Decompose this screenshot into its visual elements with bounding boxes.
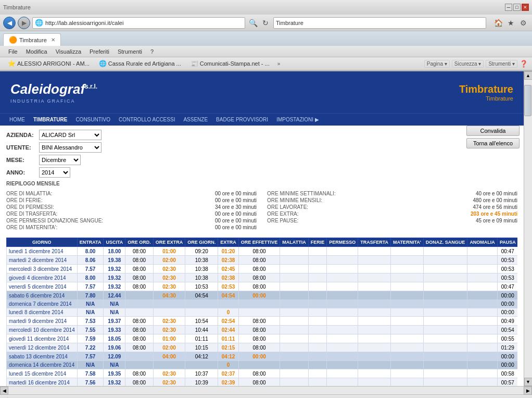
scroll-right-arrow[interactable]: ▶: [524, 387, 532, 395]
bookmark-label-2: Comunicati-Stampa.net - ...: [200, 60, 270, 67]
malattia-15: [280, 378, 308, 387]
search-icon[interactable]: 🔍: [247, 17, 259, 29]
pagina-dropdown[interactable]: Pagina ▾: [424, 60, 450, 68]
menu-modifica[interactable]: Modifica: [22, 47, 52, 56]
nav-assenze[interactable]: ASSENZE: [179, 115, 212, 125]
bookmark-0[interactable]: ⭐ ALESSIO ARRIGONI - AM...: [4, 58, 93, 69]
strumenti-dropdown[interactable]: Strumenti ▾: [486, 60, 517, 68]
entrata-13: N/A: [77, 361, 104, 369]
day-link-11[interactable]: venerdì 12 dicembre 2014: [9, 345, 69, 351]
home-icon[interactable]: 🏠: [492, 17, 504, 29]
tab-favicon: 🟠: [9, 36, 17, 44]
refresh-icon[interactable]: ↻: [260, 17, 271, 29]
anomalia-2: [467, 265, 498, 273]
trasferta-2: [358, 265, 391, 273]
col-ore-giorn: ORE GIORN.: [185, 238, 218, 247]
convalida-button[interactable]: Convalida: [466, 126, 520, 136]
ore-giorn-8: 10:54: [185, 317, 218, 326]
scrollbar-bottom[interactable]: ◀ ▶: [0, 386, 532, 394]
permesso-14: [327, 369, 358, 378]
address-icon: 🌐: [35, 19, 43, 27]
scroll-left-arrow[interactable]: ◀: [0, 387, 8, 395]
ore-eff-12: 00:00: [238, 352, 280, 361]
anno-select[interactable]: 2014: [39, 167, 70, 178]
nav-timbrature[interactable]: TIMBRATURE: [29, 115, 71, 125]
day-link-0[interactable]: lunedì 1 dicembre 2014: [9, 248, 64, 254]
anomalia-0: [467, 247, 498, 256]
menu-visualizza[interactable]: Visualizza: [52, 47, 85, 56]
menu-strumenti[interactable]: Strumenti: [113, 47, 146, 56]
nav-consuntivo[interactable]: CONSUNTIVO: [71, 115, 115, 125]
torna-button[interactable]: Torna all'elenco: [466, 138, 520, 148]
nav-badge-provvisori[interactable]: BADGE PROVVISORI: [212, 115, 272, 125]
day-link-4[interactable]: venerdì 5 dicembre 2014: [9, 284, 67, 290]
favorites-icon[interactable]: ★: [505, 17, 516, 29]
help-button[interactable]: ❓: [520, 60, 528, 68]
bookmark-1[interactable]: 🌐 Cassa Rurale ed Artigiana ...: [95, 58, 185, 69]
nav-impostazioni[interactable]: IMPOSTAZIONI ▶: [272, 115, 323, 125]
scroll-down-arrow[interactable]: ▼: [524, 378, 533, 386]
tools-icon[interactable]: ⚙: [517, 17, 529, 29]
bookmark-2[interactable]: 📰 Comunicati-Stampa.net - ...: [187, 58, 273, 69]
day-link-9[interactable]: mercoledì 10 dicembre 2014: [9, 327, 75, 333]
ore-giorn-0: 09:20: [185, 247, 218, 256]
malattia-4: [280, 282, 308, 291]
scrollbar-right[interactable]: ▲ ▼: [524, 71, 532, 386]
day-link-15[interactable]: martedì 16 dicembre 2014: [9, 380, 70, 385]
ore-extra-6: [153, 300, 185, 308]
uscita-1: 19.38: [104, 256, 125, 265]
scroll-up-arrow[interactable]: ▲: [524, 71, 533, 80]
day-link-13[interactable]: domenica 14 dicembre 2014: [9, 362, 74, 368]
maximize-button[interactable]: □: [513, 4, 521, 11]
donaz-9: [423, 326, 467, 334]
day-link-10[interactable]: giovedì 11 dicembre 2014: [9, 336, 69, 342]
mese-select[interactable]: Dicembre: [39, 155, 81, 165]
ore-extra-15: 02:30: [153, 378, 185, 387]
day-link-7[interactable]: lunedì 8 dicembre 2014: [9, 309, 64, 315]
permesso-10: [327, 334, 358, 343]
ferie-7: [308, 308, 327, 317]
forward-button[interactable]: ▶: [18, 17, 30, 29]
menu-file[interactable]: File: [4, 47, 22, 56]
day-link-5[interactable]: sabato 6 dicembre 2014: [9, 293, 65, 298]
data-table-container: GIORNO ENTRATA USCITA ORE ORD. ORE EXTRA…: [6, 238, 517, 386]
menu-help[interactable]: ?: [146, 47, 158, 56]
minimize-button[interactable]: ─: [505, 4, 512, 11]
close-button[interactable]: ✕: [522, 4, 529, 11]
day-link-1[interactable]: martedì 2 dicembre 2014: [9, 257, 67, 263]
tab-close-button[interactable]: ✕: [51, 37, 55, 43]
extra-6: [218, 300, 239, 308]
day-link-3[interactable]: giovedì 4 dicembre 2014: [9, 275, 66, 281]
day-link-6[interactable]: domenica 7 dicembre 2014: [9, 301, 72, 307]
entrata-0: 8.00: [77, 247, 104, 256]
ore-eff-0: 08:00: [238, 247, 280, 256]
ferie-3: [308, 273, 327, 282]
bookmarks-overflow[interactable]: »: [275, 60, 283, 68]
page-subtitle: Timbrature: [459, 95, 513, 102]
pausa-15: 00:57: [497, 378, 517, 387]
menu-preferiti[interactable]: Preferiti: [85, 47, 113, 56]
col-extra: EXTRA: [218, 238, 239, 247]
bookmark-icon-0: ⭐: [8, 60, 16, 67]
day-link-8[interactable]: martedì 9 dicembre 2014: [9, 318, 67, 324]
ferie-5: [308, 291, 327, 300]
utente-select[interactable]: BINI Alessandro: [39, 142, 102, 153]
summary-trasferta: ORE DI TRASFERTA: 00 ore e 00 minuti: [6, 211, 257, 217]
ore-eff-1: 08:00: [238, 256, 280, 265]
day-link-2[interactable]: mercoledì 3 dicembre 2014: [9, 266, 72, 272]
extra-4: 02:53: [218, 282, 239, 291]
azienda-select[interactable]: ALICARD Srl: [39, 130, 102, 140]
status-bar: 🔒 75% ▾: [0, 394, 532, 398]
active-tab[interactable]: 🟠 Timbrature ✕: [3, 33, 61, 46]
day-link-12[interactable]: sabato 13 dicembre 2014: [9, 354, 68, 359]
anomalia-9: [467, 326, 498, 334]
back-button[interactable]: ◀: [3, 17, 16, 29]
scroll-thumb[interactable]: [524, 85, 531, 116]
trasferta-4: [358, 282, 391, 291]
trasferta-5: [358, 291, 391, 300]
ferie-15: [308, 378, 327, 387]
sicurezza-dropdown[interactable]: Sicurezza ▾: [452, 60, 484, 68]
nav-home[interactable]: HOME: [5, 115, 29, 125]
nav-controllo-accessi[interactable]: CONTROLLO ACCESSI: [115, 115, 179, 125]
day-link-14[interactable]: lunedì 15 dicembre 2014: [9, 371, 66, 377]
